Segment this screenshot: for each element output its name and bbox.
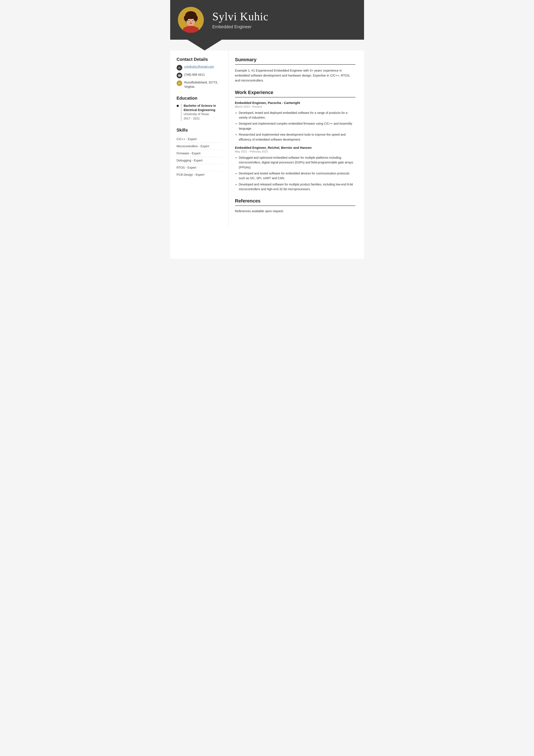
job-bullet: Developed, tested and deployed embedded … — [239, 110, 355, 120]
location-icon: ⊙ — [177, 80, 182, 86]
contact-section: Contact Details ✉ sylvikuhic@gmail.com ☎… — [177, 57, 222, 89]
svg-point-5 — [184, 15, 188, 21]
chevron-arrow — [188, 40, 222, 50]
contact-section-title: Contact Details — [177, 57, 222, 62]
edu-degree: Bachelor of Science in Electrical Engine… — [184, 104, 222, 112]
header-section: Sylvi Kuhic Embedded Engineer — [170, 0, 364, 40]
candidate-name: Sylvi Kuhic — [213, 10, 354, 23]
job-bullets: Developed, tested and deployed embedded … — [239, 110, 355, 142]
resume-container: Sylvi Kuhic Embedded Engineer Contact De… — [170, 0, 364, 259]
job-bullet: Developed and released software for mult… — [239, 182, 355, 192]
edu-school: University of Texas — [184, 112, 222, 117]
references-text: References available upon request — [235, 209, 355, 213]
work-experience-section: Work Experience Embedded Engineer, Pacoc… — [235, 90, 355, 192]
references-title: References — [235, 198, 355, 206]
phone-item: ☎ (746) 908 4411 — [177, 73, 222, 78]
svg-point-11 — [188, 20, 189, 21]
summary-section: Summary Example 1: #1 Experienced Embedd… — [235, 57, 355, 83]
email-icon: ✉ — [177, 65, 182, 70]
address-item: ⊙ Runolfsdottirland, 32773, Virginia — [177, 80, 222, 89]
job-bullet: Developed and tested software for embedd… — [239, 171, 355, 181]
skill-item: PCB Design - Expert — [177, 171, 222, 178]
job-dates: May 2021 - February 2023 — [235, 150, 355, 153]
job-bullet: Debugged and optimized embedded software… — [239, 155, 355, 170]
job-dates: March 2023 - Present — [235, 105, 355, 108]
job-title: Embedded Engineer, Reichel, Bernier and … — [235, 146, 355, 149]
education-section-title: Education — [177, 96, 222, 101]
skill-item: RTOS - Expert — [177, 164, 222, 171]
job-entry: Embedded Engineer, Pacocha - Cartwright … — [235, 101, 355, 142]
header-info: Sylvi Kuhic Embedded Engineer — [213, 10, 354, 29]
chevron-decoration — [170, 40, 364, 50]
phone-icon: ☎ — [177, 73, 182, 78]
edu-content: Bachelor of Science in Electrical Engine… — [181, 104, 222, 121]
sidebar: Contact Details ✉ sylvikuhic@gmail.com ☎… — [170, 50, 228, 228]
skills-section-title: Skills — [177, 128, 222, 133]
svg-point-12 — [192, 20, 193, 21]
email-item: ✉ sylvikuhic@gmail.com — [177, 65, 222, 70]
address-value: Runolfsdottirland, 32773, Virginia — [184, 80, 222, 89]
work-experience-title: Work Experience — [235, 90, 355, 97]
job-bullet: Designed and implemented complex embedde… — [239, 121, 355, 131]
skill-item: Debugging - Expert — [177, 157, 222, 164]
skills-section: Skills C/C++ - Expert Microcontrollers -… — [177, 128, 222, 178]
references-section: References References available upon req… — [235, 198, 355, 213]
education-item: Bachelor of Science in Electrical Engine… — [177, 104, 222, 121]
svg-point-13 — [190, 21, 191, 22]
edu-bullet — [177, 105, 179, 107]
summary-title: Summary — [235, 57, 355, 65]
svg-point-14 — [190, 23, 192, 24]
job-title: Embedded Engineer, Pacocha - Cartwright — [235, 101, 355, 105]
edu-years: 2017 - 2021 — [184, 117, 222, 121]
main-content: Summary Example 1: #1 Experienced Embedd… — [228, 50, 364, 228]
job-entry: Embedded Engineer, Reichel, Bernier and … — [235, 146, 355, 192]
svg-point-6 — [193, 15, 198, 21]
job-bullets: Debugged and optimized embedded software… — [239, 155, 355, 192]
summary-text: Example 1: #1 Experienced Embedded Engin… — [235, 68, 355, 83]
skill-item: Microcontrollers - Expert — [177, 143, 222, 150]
education-section: Education Bachelor of Science in Electri… — [177, 96, 222, 121]
email-value[interactable]: sylvikuhic@gmail.com — [184, 65, 214, 68]
job-bullet: Researched and implemented new developme… — [239, 132, 355, 142]
phone-value: (746) 908 4411 — [184, 73, 205, 77]
avatar — [178, 7, 204, 33]
svg-rect-8 — [183, 27, 199, 33]
candidate-title: Embedded Engineer — [213, 24, 354, 29]
skill-item: Firmware - Expert — [177, 150, 222, 157]
skill-item: C/C++ - Expert — [177, 136, 222, 143]
body-layout: Contact Details ✉ sylvikuhic@gmail.com ☎… — [170, 50, 364, 228]
